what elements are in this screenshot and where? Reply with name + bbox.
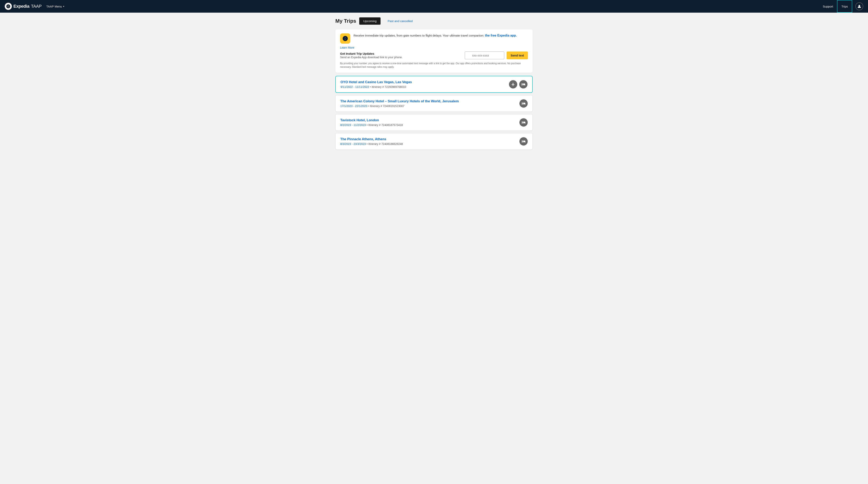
trips-button[interactable]: Trips — [837, 0, 852, 12]
header-left: Expedia TAAP TAAP Menu ▾ — [5, 3, 64, 10]
svg-point-2 — [859, 5, 860, 6]
logo: Expedia TAAP — [5, 3, 42, 10]
trip-meta: 17/1/2023 - 22/1/2023 • Itinerary # 7240… — [340, 105, 459, 108]
tab-past[interactable]: Past and cancelled — [384, 18, 416, 25]
promo-app-link[interactable]: the free Expedia app. — [485, 34, 517, 37]
trip-icons — [509, 80, 528, 88]
trip-icons — [520, 118, 528, 126]
support-button[interactable]: Support — [819, 0, 837, 12]
trip-dates: 17/1/2023 - 22/1/2023 — [340, 105, 367, 108]
promo-bottom-left: Get Instant Trip Updates Send an Expedia… — [340, 52, 460, 59]
hotel-icon — [520, 99, 528, 108]
user-avatar[interactable] — [856, 2, 863, 10]
promo-disclaimer: By providing your number, you agree to r… — [340, 62, 528, 69]
trip-itinerary: • Itinerary # 72408191523007 — [368, 105, 404, 108]
trip-itinerary: • Itinerary # 72293969708010 — [370, 85, 406, 88]
header-right: Support Trips — [819, 0, 863, 12]
tab-upcoming[interactable]: Upcoming — [359, 18, 380, 25]
hotel-icon — [520, 137, 528, 145]
main-content: My Trips Upcoming Past and cancelled Rec… — [332, 12, 536, 157]
trip-icons — [520, 99, 528, 108]
svg-point-4 — [344, 38, 346, 39]
instant-updates-sub: Send an Expedia App download link to you… — [340, 56, 460, 59]
promo-bottom: Get Instant Trip Updates Send an Expedia… — [340, 52, 528, 59]
logo-taap-text: TAAP — [31, 4, 42, 9]
plane-icon — [509, 80, 517, 88]
trip-name: Tavistock Hotel, London — [340, 118, 403, 122]
trip-meta: 8/2/2023 - 11/2/2023 • Itinerary # 72408… — [340, 123, 403, 126]
trip-card[interactable]: The American Colony Hotel – Small Luxury… — [335, 95, 533, 112]
trip-name: The Pinnacle Athens, Athens — [340, 137, 403, 141]
trip-info: Tavistock Hotel, London 8/2/2023 - 11/2/… — [340, 118, 403, 126]
svg-point-1 — [8, 6, 9, 7]
trip-dates: 9/11/2022 - 11/11/2022 — [340, 85, 369, 88]
page-title: My Trips — [335, 18, 356, 24]
trip-card[interactable]: OYO Hotel and Casino Las Vegas, Las Vega… — [335, 76, 533, 93]
promo-card: Receive immediate trip updates, from gat… — [335, 29, 533, 73]
trips-list: OYO Hotel and Casino Las Vegas, Las Vega… — [335, 76, 533, 150]
trip-name: OYO Hotel and Casino Las Vegas, Las Vega… — [340, 80, 412, 84]
logo-expedia-text: Expedia — [13, 4, 29, 9]
trip-itinerary: • Itinerary # 72408188828248 — [367, 142, 403, 145]
trip-dates: 8/2/2023 - 11/2/2023 — [340, 123, 366, 126]
trip-name: The American Colony Hotel – Small Luxury… — [340, 99, 459, 103]
learn-more-link[interactable]: Learn More — [340, 46, 528, 49]
phone-input[interactable] — [465, 52, 504, 59]
trip-icons — [520, 137, 528, 145]
trip-dates: 8/3/2023 - 23/3/2023 — [340, 142, 366, 145]
page-header: My Trips Upcoming Past and cancelled — [335, 18, 533, 25]
promo-text: Receive immediate trip updates, from gat… — [353, 33, 528, 38]
phone-input-wrap: 📱 Send text — [465, 52, 528, 59]
taap-menu-button[interactable]: TAAP Menu ▾ — [46, 5, 64, 8]
expedia-app-icon — [340, 33, 350, 44]
promo-description: Receive immediate trip updates, from gat… — [353, 34, 484, 37]
header: Expedia TAAP TAAP Menu ▾ Support Trips — [0, 0, 868, 12]
hotel-icon — [520, 118, 528, 126]
expedia-logo-icon — [5, 3, 12, 10]
trip-info: The American Colony Hotel – Small Luxury… — [340, 99, 459, 108]
send-text-button[interactable]: Send text — [506, 52, 528, 59]
hotel-icon — [519, 80, 528, 88]
phone-input-container: 📱 — [465, 52, 504, 59]
trip-itinerary: • Itinerary # 72408187573418 — [367, 123, 403, 126]
trip-meta: 9/11/2022 - 11/11/2022 • Itinerary # 722… — [340, 85, 412, 88]
chevron-down-icon: ▾ — [63, 5, 64, 8]
trip-info: The Pinnacle Athens, Athens 8/3/2023 - 2… — [340, 137, 403, 145]
promo-top: Receive immediate trip updates, from gat… — [340, 33, 528, 44]
trip-card[interactable]: Tavistock Hotel, London 8/2/2023 - 11/2/… — [335, 114, 533, 131]
trip-card[interactable]: The Pinnacle Athens, Athens 8/3/2023 - 2… — [335, 133, 533, 150]
instant-updates-label: Get Instant Trip Updates — [340, 52, 460, 55]
trip-info: OYO Hotel and Casino Las Vegas, Las Vega… — [340, 80, 412, 88]
taap-menu-label: TAAP Menu — [46, 5, 62, 8]
trip-meta: 8/3/2023 - 23/3/2023 • Itinerary # 72408… — [340, 142, 403, 145]
